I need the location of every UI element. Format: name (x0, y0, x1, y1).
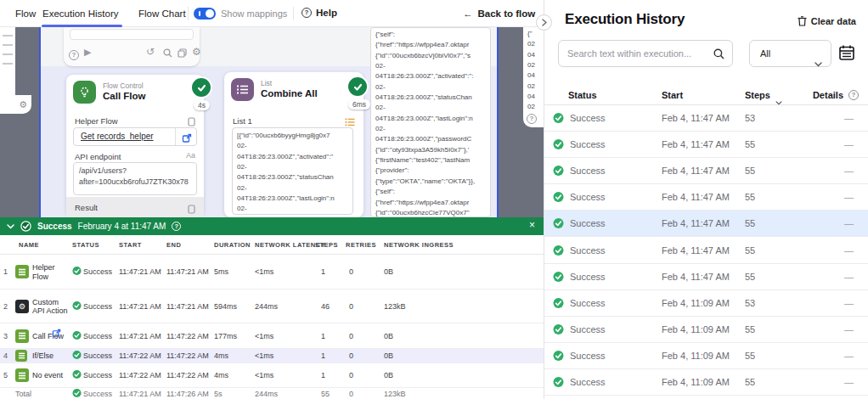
execution-row[interactable]: Success Feb 4, 11:47 AM 55 — (544, 158, 868, 184)
execution-status: Success (570, 192, 606, 202)
success-check-badge (347, 76, 369, 98)
list-1-field[interactable]: [{"id":"00ucxb6byygHmg8jg0x7 02- 04T18:2… (232, 127, 353, 215)
help-icon[interactable]: ? (172, 222, 181, 231)
helper-flow-field[interactable]: Get records_helper (73, 127, 197, 146)
calendar-icon[interactable] (838, 44, 857, 63)
card-field[interactable] (70, 29, 194, 40)
partial-card-left-footer: ⚙ (0, 95, 31, 114)
execution-row-partial[interactable] (544, 396, 868, 399)
api-endpoint-field[interactable]: /api/v1/users? after=100ucxb6rofuJ7ZTK30… (73, 162, 197, 195)
table-header-row: NAME STATUS START END DURATION NETWORK L… (0, 235, 544, 255)
success-check-icon (553, 218, 564, 229)
card-combine-all[interactable]: List Combine All 6ms List 1 [{"id":"00uc… (224, 72, 364, 217)
details-help-icon[interactable]: ? (848, 90, 859, 100)
success-check-icon (553, 244, 564, 256)
step-start: 11:47:22 AM (119, 371, 161, 379)
execution-row[interactable]: Success Feb 4, 11:09 AM 55 — (544, 343, 868, 369)
execution-steps: 55 (745, 324, 755, 334)
execution-status: Success (570, 272, 606, 282)
help-icon[interactable]: ? (527, 114, 537, 124)
json-output-block[interactable]: {"self": {"href":"https://wfpp4ea7.oktap… (370, 27, 491, 217)
step-row[interactable]: 1 Helper Flow Success 11:47:21 AM 11:47:… (0, 255, 544, 289)
chevron-down-icon (814, 51, 822, 76)
total-end: 11:47:26 AM (166, 390, 209, 398)
copy-icon[interactable] (178, 48, 187, 61)
execution-row[interactable]: Success Feb 4, 11:47 AM 55 — (544, 132, 868, 158)
gear-icon[interactable]: ⚙ (19, 99, 27, 110)
execution-row[interactable]: Success Feb 4, 11:47 AM 55 — (544, 264, 868, 290)
success-check-icon (553, 139, 564, 150)
filter-dropdown[interactable]: All (749, 40, 831, 67)
execution-row[interactable]: Success Feb 4, 11:09 AM 55 — (544, 317, 868, 343)
search-icon[interactable] (713, 48, 724, 63)
step-duration: 177ms (214, 332, 237, 340)
step-start: 11:47:21 AM (119, 267, 161, 276)
step-row-selected[interactable]: 4 If/Else Success 11:47:22 AM 11:47:22 A… (0, 349, 544, 363)
partial-card-right-footer: ? (523, 110, 544, 127)
step-status: Success (83, 351, 112, 360)
step-start: 11:47:21 AM (119, 332, 161, 340)
step-name: Helper Flow (32, 263, 71, 281)
list-icon (231, 78, 254, 101)
tab-flow-chart[interactable]: Flow Chart (138, 0, 186, 27)
col-steps[interactable]: Steps (745, 85, 770, 105)
back-to-flow-button[interactable]: ←Back to flow (463, 0, 535, 27)
divider (293, 7, 294, 20)
copy-field-icon[interactable] (188, 202, 195, 217)
panel-collapse-button[interactable] (536, 14, 552, 31)
execution-steps: 55 (745, 192, 755, 202)
external-link-icon[interactable] (182, 132, 192, 146)
clear-data-button[interactable]: Clear data (798, 16, 856, 26)
field-label: Helper Flow (75, 116, 118, 126)
card-category: Flow Control (103, 81, 144, 90)
execution-row[interactable]: Success Feb 4, 11:47 AM 55 — (544, 184, 868, 211)
card-call-flow[interactable]: Flow Control Call Flow 4s Helper Flow Ge… (66, 75, 204, 217)
execution-row[interactable]: Success Feb 4, 11:09 AM 55 — (544, 369, 868, 396)
selection-border-right (497, 27, 499, 217)
search-icon[interactable] (163, 48, 172, 61)
api-action-gear-icon: ⚙ (15, 300, 29, 313)
col-start: Start (662, 85, 683, 105)
test-play-icon[interactable]: ▶ (84, 45, 91, 59)
step-row[interactable]: 5 No event Success 11:47:22 AM 11:47:22 … (0, 363, 544, 388)
col-details: Details (813, 85, 843, 105)
tab-flow[interactable]: Flow (15, 0, 36, 27)
execution-row[interactable]: Success Feb 4, 11:47 AM 55 — (544, 211, 868, 237)
api-endpoint-value: /api/v1/users? after=100ucxb6rofuJ7ZTK30… (74, 163, 196, 190)
row-number: 2 (3, 302, 8, 311)
total-status: Success (83, 390, 112, 398)
step-duration: 4ms (214, 371, 228, 379)
step-row[interactable]: 3 Call Flow Success 11:47:21 AM 11:47:22… (0, 323, 544, 349)
col-name: NAME (19, 235, 39, 255)
card-title: Call Flow (103, 91, 145, 101)
search-input[interactable] (567, 41, 703, 66)
help-button[interactable]: ? Help (302, 8, 337, 18)
step-retries: 0 (349, 332, 353, 340)
show-mappings-label: Show mappings (221, 0, 287, 27)
chevron-down-icon[interactable] (7, 224, 14, 229)
step-start: 11:47:22 AM (119, 351, 161, 360)
execution-list: Success Feb 4, 11:47 AM 53 — Success Feb… (544, 105, 868, 399)
tab-execution-history[interactable]: Execution History (42, 0, 118, 27)
execution-row[interactable]: Success Feb 4, 11:47 AM 53 — (544, 105, 868, 132)
gear-icon[interactable]: ⚙ (192, 45, 201, 59)
close-icon[interactable]: × (529, 219, 535, 231)
execution-status: Success (570, 166, 606, 176)
execution-details: — (844, 324, 854, 334)
execution-steps: 55 (745, 166, 755, 176)
execution-row[interactable]: Success Feb 4, 11:09 AM 53 — (544, 290, 868, 317)
help-icon[interactable]: ? (69, 47, 79, 60)
step-end: 11:47:22 AM (166, 332, 209, 340)
history-icon[interactable]: ↺ (146, 45, 155, 59)
show-mappings-toggle[interactable] (194, 8, 216, 20)
execution-row[interactable]: Success Feb 4, 11:47 AM 55 — (544, 237, 868, 263)
flow-card-icon (15, 265, 29, 278)
execution-details: — (844, 298, 854, 308)
row-number: 4 (3, 351, 8, 360)
step-row[interactable]: 2 ⚙ Custom API Action Success 11:47:21 A… (0, 289, 544, 323)
success-check-icon (553, 192, 564, 203)
helper-flow-link[interactable]: Get records_helper (81, 132, 154, 141)
col-network-ingress: NETWORK INGRESS (384, 235, 454, 255)
result-label: Result (75, 203, 98, 212)
external-link-icon[interactable] (52, 326, 61, 341)
